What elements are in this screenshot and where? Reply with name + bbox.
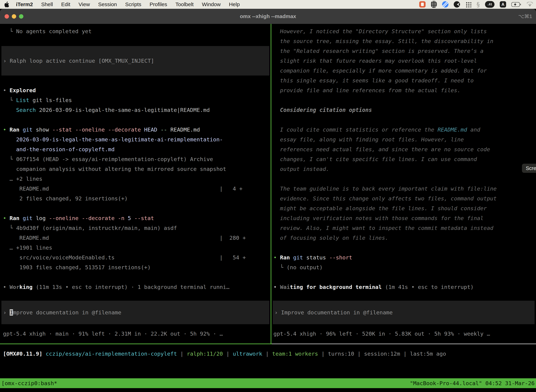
terminal-line: output instead.: [273, 164, 536, 174]
terminal-line: • Ran git status --short: [273, 252, 536, 262]
terminal-line: [273, 115, 536, 125]
terminal-line: essay file, along with finding root file…: [273, 135, 536, 144]
input-source-icon[interactable]: A: [500, 1, 506, 8]
pane-bottom-border-right: [272, 344, 536, 344]
wifi-icon[interactable]: [526, 2, 534, 7]
terminal-line: • Waiting for background terminal (1m 41…: [273, 282, 536, 292]
terminal-line: the source tree, missing the essay. Stil…: [273, 36, 536, 46]
terminal-line: └ 067f154 (HEAD -> essay/ai-reimplementa…: [3, 154, 271, 164]
window-title: omx --xhigh --madmax: [0, 9, 536, 24]
terminal-line: README.md| 280 +: [3, 233, 271, 243]
terminal-line: slight risk that future readers may over…: [273, 56, 536, 66]
terminal: └ No agents completed yet› Ralph loop ac…: [0, 24, 536, 392]
terminal-line: [273, 174, 536, 184]
tmux-pane-right[interactable]: However, I noticed the "Directory Struct…: [271, 24, 536, 344]
terminal-line: However, I noticed the "Directory Struct…: [273, 26, 536, 36]
terminal-line: › Ralph loop active continue [OMX_TMUX_I…: [3, 56, 269, 66]
terminal-line: the "Related research writing" section i…: [273, 46, 536, 56]
terminal-line: └ 4b9d30f (origin/main, instructkr/main,…: [3, 223, 271, 233]
terminal-line: review. Also, I might want to inspect th…: [273, 223, 536, 233]
terminal-line: └ No agents completed yet: [3, 26, 271, 36]
menu-window[interactable]: Window: [202, 1, 221, 7]
tmux-pane-left[interactable]: └ No agents completed yet› Ralph loop ac…: [0, 24, 271, 344]
terminal-line: [3, 115, 271, 125]
left-model-status: gpt-5.4 xhigh · main · 91% left · 2.31M …: [3, 329, 223, 339]
terminal-line: [273, 272, 536, 282]
menu-items: iTerm2ShellEditViewSessionScriptsProfile…: [16, 1, 240, 7]
squiggle-icon[interactable]: §: [477, 1, 480, 8]
pane-bottom-border-left: [0, 344, 272, 344]
terminal-line: [3, 46, 269, 56]
terminal-line: [273, 243, 536, 252]
terminal-line: references need actual files, and since …: [273, 144, 536, 154]
terminal-line: └ List git ls-files: [3, 95, 271, 105]
terminal-line: [273, 95, 536, 105]
window-title-bar[interactable]: omx --xhigh --madmax ⌥⌘1: [0, 9, 536, 24]
terminal-line: The team guideline is to back every impo…: [273, 184, 536, 194]
terminal-line: 2 files changed, 92 insertions(+): [3, 194, 271, 203]
terminal-line: • Working (11m 13s • esc to interrupt) ·…: [3, 282, 271, 292]
terminal-line: I could cite commit statistics or refere…: [273, 125, 536, 135]
terminal-line: including verification notes with those …: [273, 213, 536, 223]
terminal-line: 1903 files changed, 513517 insertions(+): [3, 262, 271, 272]
injected-prompt-box: › Ralph loop active continue [OMX_TMUX_I…: [1, 46, 269, 75]
terminal-line: › Improve documentation in @filename: [3, 308, 121, 317]
menu-iterm2[interactable]: iTerm2: [16, 1, 33, 7]
terminal-line: provide file and line references from th…: [273, 85, 536, 95]
terminal-line: and-the-erosion-of-copyleft.md: [3, 144, 271, 154]
menu-toolbelt[interactable]: Toolbelt: [176, 1, 194, 7]
battery-percent-icon[interactable]: ..61: [485, 1, 494, 8]
dark-circle-icon[interactable]: [454, 1, 460, 8]
terminal-line: └ (no output): [273, 262, 536, 272]
screen-overlay-button[interactable]: Scre: [522, 164, 536, 173]
terminal-line: [3, 36, 271, 46]
terminal-line: • Ran git log --oneline --decorate -n 5 …: [3, 213, 271, 223]
terminal-line: gpt-5.4 xhigh · 96% left · 520K in · 5.8…: [273, 329, 490, 339]
terminal-line: companion analysis without altering the …: [3, 164, 271, 174]
right-prompt-input[interactable]: › Improve documentation in @filename: [273, 301, 535, 324]
terminal-line: README.md| 4 +: [3, 184, 271, 194]
dots-grid-icon[interactable]: [465, 1, 471, 7]
terminal-line: evidence. Since this change only affects…: [273, 194, 536, 203]
terminal-line: Considering citation options: [273, 105, 536, 115]
menu-scripts[interactable]: Scripts: [125, 1, 141, 7]
tmux-host-clock: "MacBook-Pro-44.local" 04:52 31-Mar-26: [410, 378, 535, 388]
terminal-line: of focusing solely on file lines.: [273, 233, 536, 243]
tmux-status-bar: [omx-cczip0:bash* "MacBook-Pro-44.local"…: [0, 378, 536, 388]
terminal-line: changes, I can't cite specific file line…: [273, 154, 536, 164]
terminal-line: [3, 203, 271, 213]
terminal-line: [3, 75, 271, 85]
battery-icon[interactable]: [511, 2, 521, 7]
tmux-session-label: [omx-cczip0:bash*: [1, 378, 57, 388]
menu-edit[interactable]: Edit: [61, 1, 70, 7]
chat-app-icon[interactable]: [419, 1, 426, 8]
menu-status-icons: §..61A: [419, 1, 534, 8]
window-shortcut-badge: ⌥⌘1: [518, 9, 532, 24]
terminal-line: [3, 272, 271, 282]
macos-menu-bar: iTerm2ShellEditViewSessionScriptsProfile…: [0, 0, 536, 9]
terminal-line: [3, 66, 269, 75]
terminal-line: • Explored: [3, 85, 271, 95]
terminal-line: gpt-5.4 xhigh · main · 91% left · 2.31M …: [3, 329, 223, 339]
terminal-line: might be acceptable alongside the file l…: [273, 203, 536, 213]
menu-view[interactable]: View: [79, 1, 90, 7]
terminal-line: … +2 lines: [3, 174, 271, 184]
apple-menu-icon[interactable]: [5, 2, 9, 7]
terminal-line: … +1901 lines: [3, 243, 271, 252]
terminal-line: • Ran git show --stat --oneline --decora…: [3, 125, 271, 135]
menu-help[interactable]: Help: [229, 1, 240, 7]
siri-blue-icon[interactable]: [442, 1, 448, 8]
omx-status-bar: [OMX#0.11.9] cczip/essay/ai-reimplementa…: [3, 349, 446, 359]
menu-profiles[interactable]: Profiles: [149, 1, 167, 7]
terminal-line: [OMX#0.11.9] cczip/essay/ai-reimplementa…: [3, 349, 446, 359]
terminal-line: › Improve documentation in @filename: [274, 308, 393, 317]
shield-app-icon[interactable]: [431, 1, 437, 8]
terminal-line: Search 2026-03-09-is-legal-the-same-as-l…: [3, 105, 271, 115]
left-prompt-input[interactable]: › Improve documentation in @filename: [1, 301, 269, 324]
terminal-line: this single essay, it seems like a good …: [273, 75, 536, 85]
menu-session[interactable]: Session: [98, 1, 117, 7]
menu-shell[interactable]: Shell: [41, 1, 53, 7]
terminal-line: companion file, especially if more comme…: [273, 66, 536, 75]
right-model-status: gpt-5.4 xhigh · 96% left · 520K in · 5.8…: [273, 329, 490, 339]
terminal-line: src/voice/voiceModeEnabled.ts| 54 +: [3, 252, 271, 262]
